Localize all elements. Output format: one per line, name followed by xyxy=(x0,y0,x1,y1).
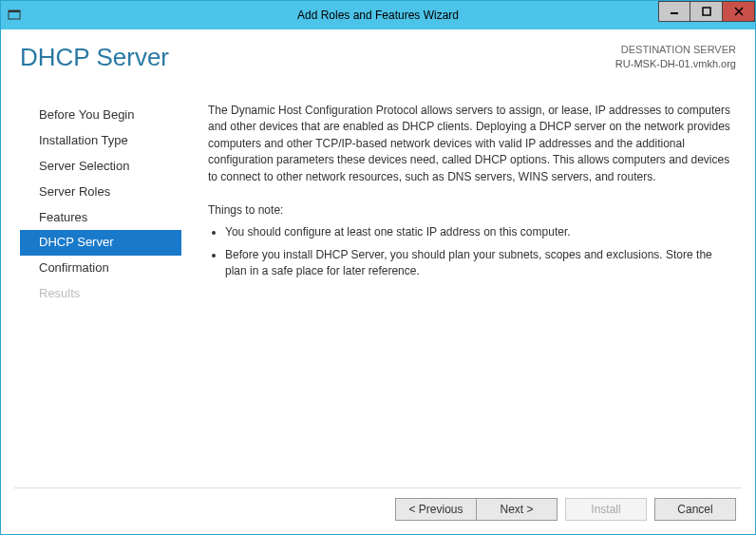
sidebar-item-server-roles[interactable]: Server Roles xyxy=(20,180,181,205)
destination-block: DESTINATION SERVER RU-MSK-DH-01.vmkh.org xyxy=(615,43,736,72)
sidebar-item-confirmation[interactable]: Confirmation xyxy=(20,256,181,281)
intro-paragraph: The Dynamic Host Configuration Protocol … xyxy=(208,103,736,185)
maximize-button[interactable] xyxy=(690,1,723,22)
notes-list: You should configure at least one static… xyxy=(208,224,736,279)
page-title: DHCP Server xyxy=(20,43,169,72)
sidebar-item-dhcp-server[interactable]: DHCP Server xyxy=(20,230,181,256)
sidebar-item-before-you-begin[interactable]: Before You Begin xyxy=(20,103,181,128)
sidebar: Before You Begin Installation Type Serve… xyxy=(20,101,181,487)
minimize-button[interactable] xyxy=(658,1,690,22)
list-item: You should configure at least one static… xyxy=(225,224,736,240)
window-body: DHCP Server DESTINATION SERVER RU-MSK-DH… xyxy=(1,29,755,534)
sidebar-item-features[interactable]: Features xyxy=(20,205,181,231)
header-row: DHCP Server DESTINATION SERVER RU-MSK-DH… xyxy=(14,39,742,72)
cancel-button[interactable]: Cancel xyxy=(654,498,736,521)
things-to-note-heading: Things to note: xyxy=(208,202,736,219)
wizard-window: Add Roles and Features Wizard DHCP Serve… xyxy=(0,0,756,535)
sidebar-item-results: Results xyxy=(20,281,181,307)
sidebar-item-installation-type[interactable]: Installation Type xyxy=(20,128,181,154)
install-button: Install xyxy=(565,498,647,521)
next-button[interactable]: Next > xyxy=(476,498,558,521)
previous-button[interactable]: < Previous xyxy=(395,498,477,521)
app-icon xyxy=(7,8,22,23)
svg-rect-1 xyxy=(9,10,20,12)
sidebar-item-server-selection[interactable]: Server Selection xyxy=(20,154,181,180)
close-button[interactable] xyxy=(723,1,755,22)
nav-button-group: < Previous Next > xyxy=(395,498,558,521)
main-row: Before You Begin Installation Type Serve… xyxy=(14,101,742,487)
titlebar: Add Roles and Features Wizard xyxy=(1,1,755,29)
svg-rect-3 xyxy=(703,8,710,15)
window-title: Add Roles and Features Wizard xyxy=(297,9,459,22)
destination-name: RU-MSK-DH-01.vmkh.org xyxy=(615,57,736,71)
destination-label: DESTINATION SERVER xyxy=(615,43,736,57)
list-item: Before you install DHCP Server, you shou… xyxy=(225,247,736,280)
window-controls xyxy=(658,1,755,29)
content-pane: The Dynamic Host Configuration Protocol … xyxy=(181,101,742,487)
button-row: < Previous Next > Install Cancel xyxy=(14,487,742,521)
